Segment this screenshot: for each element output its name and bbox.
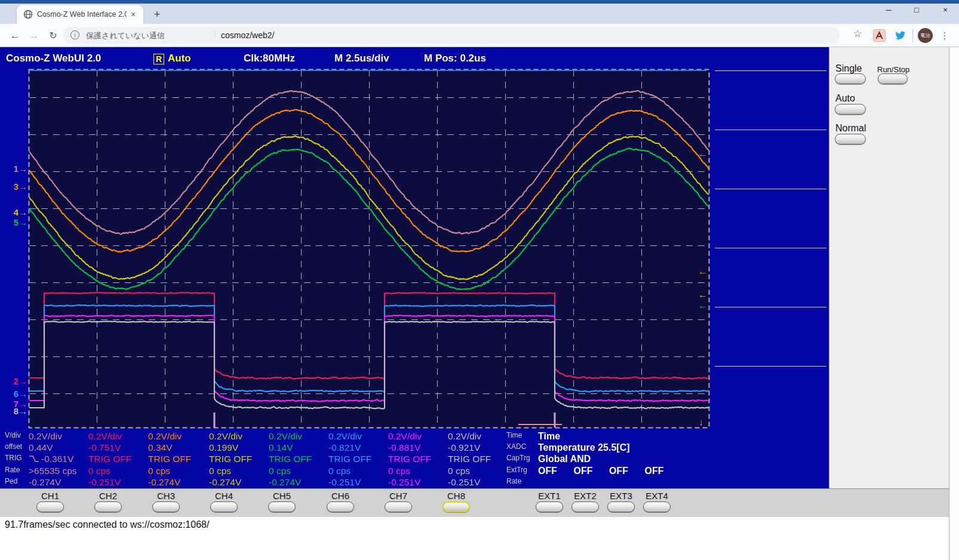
ext-ext2-label: EXT2 bbox=[567, 491, 603, 501]
system-info-panel: TimeTimeXADCTemperature 25.5[C]CapTrgGlo… bbox=[505, 429, 829, 487]
channel-ch7-button[interactable] bbox=[385, 501, 412, 512]
clock-readout: Clk:80MHz bbox=[244, 53, 295, 64]
single-button[interactable] bbox=[835, 73, 866, 84]
browser-tab[interactable]: Cosmo-Z Web Interface 2.0 × bbox=[17, 5, 143, 24]
channel-ch8-button[interactable] bbox=[442, 501, 470, 512]
page-info-icon[interactable]: i bbox=[70, 30, 79, 39]
status-text: 91.7frames/sec connected to ws://cosmoz:… bbox=[5, 519, 209, 530]
omnibox-divider: | bbox=[214, 29, 216, 39]
table-ped-ch8: -0.251V bbox=[448, 477, 480, 488]
normal-button[interactable] bbox=[835, 134, 866, 144]
channel-ch3-button[interactable] bbox=[152, 501, 180, 512]
info-label-time: Time bbox=[506, 431, 522, 439]
table-offset-ch6: -0.821V bbox=[328, 442, 361, 453]
ext-ext1-label: EXT1 bbox=[531, 491, 567, 501]
table-rate-ch5: 0 cps bbox=[269, 466, 291, 476]
channel-ch3-label: CH3 bbox=[148, 491, 184, 501]
window-titlebar[interactable]: Cosmo-Z Web Interface 2.0 × + ─ □ × bbox=[0, 0, 959, 24]
page-scrollbar[interactable] bbox=[949, 47, 959, 560]
table-rate-ch4: 0 cps bbox=[209, 466, 231, 476]
window-close-button[interactable]: × bbox=[932, 1, 959, 19]
forward-button[interactable]: → bbox=[26, 28, 42, 44]
run-stop-label: Run/Stop bbox=[877, 65, 909, 74]
table-vdiv-ch3: 0.2V/div bbox=[148, 431, 182, 442]
table-row-label-rate: Rate bbox=[5, 466, 20, 474]
tab-title: Cosmo-Z Web Interface 2.0 bbox=[37, 10, 127, 19]
info-value-xadc: Temperature 25.5[C] bbox=[538, 442, 630, 453]
table-trig-ch1: -0.361V bbox=[29, 454, 73, 464]
channel-ch1-label: CH1 bbox=[32, 491, 68, 501]
table-offset-ch3: 0.34V bbox=[148, 442, 173, 453]
channel-ch4-label: CH4 bbox=[206, 491, 242, 501]
table-rate-ch1: >65535 cps bbox=[29, 466, 77, 476]
profile-avatar[interactable]: 竜治 bbox=[918, 28, 933, 43]
table-offset-ch4: 0.199V bbox=[209, 442, 238, 453]
channel-ch5-label: CH5 bbox=[264, 491, 300, 501]
channel-ch2-button[interactable] bbox=[94, 501, 122, 512]
trigger-mode: Auto bbox=[168, 53, 191, 64]
auto-button[interactable] bbox=[835, 104, 866, 115]
back-button[interactable]: ← bbox=[7, 28, 23, 44]
table-ped-ch7: -0.251V bbox=[388, 477, 420, 488]
tab-favicon-globe-icon bbox=[23, 10, 33, 19]
table-rate-ch2: 0 cps bbox=[88, 466, 110, 476]
ext-ext1-button[interactable] bbox=[536, 501, 563, 512]
ext-ext2-button[interactable] bbox=[571, 501, 599, 512]
info-value-captrg: Global AND bbox=[538, 454, 591, 464]
run-stop-button[interactable] bbox=[878, 73, 908, 84]
new-tab-button[interactable]: + bbox=[149, 7, 165, 23]
info-value-time: Time bbox=[538, 431, 560, 442]
channel-ch6-label: CH6 bbox=[322, 491, 358, 501]
ext-ext4-button[interactable] bbox=[643, 501, 671, 512]
table-trig-ch8: TRIG OFF bbox=[448, 454, 491, 464]
info-label-rate: Rate bbox=[506, 477, 521, 485]
single-label: Single bbox=[835, 63, 862, 74]
channel-ch6-button[interactable] bbox=[327, 501, 354, 512]
tab-close-icon[interactable]: × bbox=[128, 9, 139, 20]
normal-label: Normal bbox=[835, 123, 866, 134]
table-row-label-vdiv: V/div bbox=[5, 431, 21, 439]
address-bar[interactable]: i 保護されていない通信 | cosmoz/web2/ bbox=[63, 27, 840, 44]
toolbar-divider bbox=[912, 29, 913, 42]
table-rate-ch7: 0 cps bbox=[388, 466, 410, 476]
table-vdiv-ch4: 0.2V/div bbox=[209, 431, 242, 442]
mpos-readout: M Pos: 0.2us bbox=[424, 53, 486, 64]
table-trig-ch6: TRIG OFF bbox=[328, 454, 371, 464]
table-trig-ch5: TRIG OFF bbox=[269, 454, 312, 464]
window-maximize-button[interactable]: □ bbox=[903, 1, 930, 19]
channel-ch4-button[interactable] bbox=[210, 501, 238, 512]
auto-label: Auto bbox=[835, 93, 855, 104]
window-minimize-button[interactable]: ─ bbox=[875, 1, 902, 19]
scope-app-background bbox=[0, 47, 829, 488]
info-label-exttrg: ExtTrg bbox=[506, 466, 527, 474]
ext-ext3-button[interactable] bbox=[607, 501, 635, 512]
channel-ch2-label: CH2 bbox=[90, 491, 126, 501]
table-offset-ch8: -0.921V bbox=[448, 442, 480, 453]
info-value-exttrg-3: OFF bbox=[609, 466, 628, 476]
table-vdiv-ch5: 0.2V/div bbox=[269, 431, 302, 442]
table-offset-ch2: -0.751V bbox=[88, 442, 121, 453]
table-trig-ch7: TRIG OFF bbox=[388, 454, 431, 464]
table-offset-ch1: 0.44V bbox=[29, 442, 53, 453]
table-ped-ch3: -0.274V bbox=[148, 477, 180, 488]
table-ped-ch6: -0.251V bbox=[328, 477, 361, 488]
twitter-extension-icon[interactable] bbox=[894, 29, 906, 42]
browser-menu-icon[interactable]: ⋮ bbox=[938, 28, 952, 44]
table-trig-ch4: TRIG OFF bbox=[209, 454, 252, 464]
channel-ch1-button[interactable] bbox=[36, 501, 64, 512]
table-ped-ch1: -0.274V bbox=[29, 477, 61, 488]
url-text[interactable]: cosmoz/web2/ bbox=[221, 30, 274, 40]
table-vdiv-ch1: 0.2V/div bbox=[29, 431, 62, 442]
channel-info-table: V/divoffsetTRIGRatePed0.2V/div0.44V-0.36… bbox=[0, 429, 505, 487]
channel-ch5-button[interactable] bbox=[268, 501, 296, 512]
table-offset-ch7: -0.881V bbox=[388, 442, 420, 453]
adobe-acrobat-extension-icon[interactable] bbox=[873, 29, 886, 42]
table-trig-ch3: TRIG OFF bbox=[148, 454, 191, 464]
table-vdiv-ch6: 0.2V/div bbox=[328, 431, 362, 442]
app-title: Cosmo-Z WebUI 2.0 bbox=[6, 53, 101, 64]
reload-button[interactable]: ↻ bbox=[45, 28, 61, 44]
table-ped-ch5: -0.274V bbox=[269, 477, 301, 488]
table-trig-ch2: TRIG OFF bbox=[88, 454, 131, 464]
bookmark-star-icon[interactable]: ☆ bbox=[850, 27, 865, 40]
table-row-label-ped: Ped bbox=[5, 477, 17, 485]
